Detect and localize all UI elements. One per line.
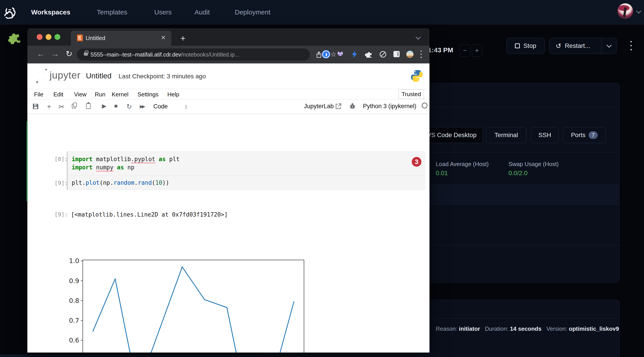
jupyter-logo-icon [34,68,49,85]
collaborator-badge[interactable]: 3 [410,156,422,168]
chevron-down-icon[interactable] [636,9,641,14]
browser-menu-kebab[interactable] [420,49,422,60]
restart-workspace-button[interactable]: ↺ Restart... [549,38,617,54]
onepassword-extension-icon[interactable] [322,50,330,58]
cell-prompt: [9]: [49,180,68,186]
profile-avatar[interactable] [406,50,414,58]
browser-toolbar: ← → ↻ 5555--main--test--matifali.atif.cd… [27,46,430,64]
extensions-puzzle-icon[interactable] [365,50,372,58]
interrupt-kernel-icon[interactable]: ■ [114,102,118,109]
reload-icon[interactable]: ↻ [66,49,72,58]
stop-icon [515,44,520,48]
minimize-window-button[interactable] [46,34,52,40]
python-logo-icon [410,69,423,82]
ports-button[interactable]: Ports 7 [563,127,606,143]
save-icon[interactable] [32,103,39,110]
menu-settings[interactable]: Settings [138,91,158,98]
kernel-name[interactable]: Python 3 (ipykernel) [363,103,416,110]
zoom-in-button[interactable]: + [472,44,482,56]
workspace-menu-kebab[interactable] [629,40,633,53]
browser-tab[interactable]: Untitled ✕ [71,31,171,46]
swap-usage-label: Swap Usage (Host) [508,161,558,168]
menu-run[interactable]: Run [95,91,106,98]
cell-type-dropdown[interactable]: Code [153,103,168,110]
jupyter-toolbar: + ✂ ▶ ■ ↻ ▶▶ Code JupyterLab [27,100,430,114]
build-reason: initiator [459,326,480,332]
background-strip [0,354,430,357]
lock-icon [84,52,88,56]
nav-item-audit[interactable]: Audit [194,0,210,24]
jupyter-page: jupyter Untitled Last Checkpoint: 3 minu… [27,64,430,352]
vscode-desktop-button[interactable]: VS Code Desktop [420,127,483,143]
menu-kernel[interactable]: Kernel [112,91,128,98]
stop-workspace-button[interactable]: Stop [506,38,545,54]
browser-window: Untitled ✕ + ← → ↻ 5555--main--test--mat… [27,28,430,352]
kernel-status-icon [422,102,428,108]
restart-icon: ↺ [556,42,561,50]
cell-prompt: [8]: [49,156,68,162]
maximize-window-button[interactable] [54,34,60,40]
url-text: 5555--main--test--matifali.atif.cdr.dev/… [90,52,239,58]
build-version: optimistic_liskov9 [569,326,619,332]
nav-item-templates[interactable]: Templates [97,0,127,24]
build-info-row: Reason: initiator Duration: 14 seconds V… [436,326,619,332]
workspace-status-bar [26,121,28,202]
split-screen-extension-icon[interactable] [394,51,400,57]
back-icon[interactable]: ← [37,49,45,58]
cut-cell-icon[interactable]: ✂ [58,102,64,111]
open-jupyterlab-link[interactable]: JupyterLab [304,103,334,110]
code-cell[interactable]: import matplotlib.pyplot as plt import n… [67,151,425,178]
ports-count-badge: 7 [588,131,598,139]
new-tab-button[interactable]: + [180,34,185,43]
svg-text:0.9: 0.9 [69,277,79,285]
nav-item-users[interactable]: Users [154,0,172,24]
zoom-out-button[interactable]: − [460,44,470,56]
trusted-button[interactable]: Trusted [398,90,424,99]
notebook-title[interactable]: Untitled [86,72,112,80]
app-top-nav: Workspaces Templates Users Audit Deploym… [0,0,644,24]
restart-run-all-icon[interactable]: ▶▶ [140,104,144,109]
run-cell-icon[interactable]: ▶ [102,102,106,110]
scrolled-cell-fragment[interactable]: import matplotlib.pyplot as plt [71,114,338,116]
debugger-bug-icon[interactable] [349,103,356,110]
cell-type-chevron[interactable] [186,105,186,109]
share-icon[interactable] [316,51,322,58]
coder-logo-icon[interactable] [4,6,16,19]
jupyter-wordmark: jupyter [50,70,80,81]
forward-icon[interactable]: → [51,49,59,58]
menu-view[interactable]: View [74,91,86,98]
tab-search-chevron[interactable] [416,35,421,40]
terminal-button[interactable]: Terminal [486,127,526,143]
nav-item-workspaces[interactable]: Workspaces [31,0,70,24]
nav-item-deployment[interactable]: Deployment [235,0,270,24]
restart-kernel-icon[interactable]: ↻ [126,102,132,110]
user-avatar[interactable] [617,3,633,19]
restart-options-chevron[interactable] [606,43,612,48]
code-cell[interactable]: plt.plot(np.random.rand(10)) [67,176,425,190]
svg-text:0.7: 0.7 [69,317,79,324]
lightning-extension-icon[interactable] [351,50,358,58]
swap-usage-value: 0.0/2.0 [508,170,528,177]
external-link-icon[interactable] [335,103,342,109]
svg-text:1.0: 1.0 [69,257,79,265]
ghostery-extension-icon[interactable] [379,50,387,58]
menu-edit[interactable]: Edit [54,91,64,98]
avatar-art [618,5,630,11]
tab-close-icon[interactable]: ✕ [161,34,166,41]
output-prompt: [9]: [49,211,68,218]
cat-extension-icon[interactable] [336,50,344,58]
matplotlib-figure: 0.20.30.40.50.60.70.80.91.002468 [68,256,317,352]
address-bar[interactable]: 5555--main--test--matifali.atif.cdr.dev/… [77,48,310,60]
ssh-button[interactable]: SSH [531,127,558,143]
add-cell-icon[interactable]: + [47,102,51,111]
load-average-label: Load Average (Host) [436,161,489,168]
load-average-value: 0.01 [436,170,448,177]
menu-file[interactable]: File [34,91,44,98]
close-window-button[interactable] [37,34,42,40]
template-puzzle-icon[interactable] [6,30,23,44]
jupyter-favicon [77,34,83,41]
menu-help[interactable]: Help [167,91,179,98]
bookmark-star-icon[interactable]: ☆ [330,50,336,58]
svg-text:0.6: 0.6 [69,336,79,344]
svg-text:0.8: 0.8 [69,297,79,304]
